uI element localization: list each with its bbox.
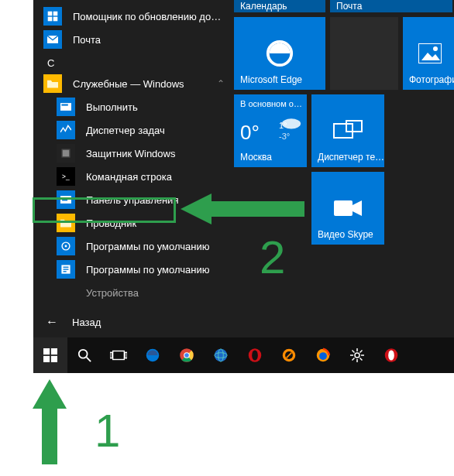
task-app[interactable] <box>272 337 306 373</box>
gear-icon <box>349 348 365 363</box>
defaults-icon <box>57 260 75 279</box>
taskmgr-icon <box>57 121 75 139</box>
svg-rect-30 <box>43 356 50 362</box>
folder-icon <box>43 74 62 93</box>
svg-rect-4 <box>53 17 58 22</box>
windows-icon <box>43 348 57 362</box>
app-list: Помощник по обновлению до… Почта С Служе… <box>33 0 231 337</box>
tile-caption: Microsoft Edge <box>240 74 302 85</box>
start-button[interactable] <box>33 337 67 373</box>
app-control-panel[interactable]: Панель управления <box>33 188 231 211</box>
svg-rect-26 <box>334 200 353 216</box>
tile-skype[interactable]: Видео Skype <box>311 172 384 245</box>
search-icon <box>77 348 91 362</box>
cloud-icon <box>280 115 302 130</box>
run-icon <box>57 98 75 116</box>
task-opera[interactable] <box>238 337 272 373</box>
app-taskmgr[interactable]: Диспетчер задач <box>33 118 231 142</box>
win-update-icon <box>43 7 62 26</box>
tile-area: Календарь Почта Microsoft Edge Фотографи… <box>231 0 454 337</box>
svg-rect-34 <box>113 351 125 360</box>
svg-rect-1 <box>48 12 53 16</box>
tile-calendar[interactable]: Календарь <box>234 0 325 12</box>
app-run[interactable]: Выполнить <box>33 95 231 118</box>
svg-rect-7 <box>61 104 67 106</box>
tile-caption: Фотографии <box>409 74 454 85</box>
back-button[interactable]: ← Назад <box>33 306 231 337</box>
search-button[interactable] <box>67 337 101 373</box>
svg-marker-64 <box>33 379 67 464</box>
app-label: Помощник по обновлению до… <box>73 11 231 22</box>
defender-icon <box>57 144 75 163</box>
task-chrome[interactable] <box>170 337 204 373</box>
task-settings[interactable] <box>340 337 374 373</box>
app-label: Диспетчер задач <box>86 125 231 136</box>
edge-icon <box>144 347 161 364</box>
svg-marker-21 <box>421 53 440 60</box>
app-label: Программы по умолчанию <box>86 264 231 276</box>
tile-edge[interactable]: Microsoft Edge <box>234 17 325 90</box>
svg-line-57 <box>353 351 355 353</box>
task-firefox[interactable] <box>306 337 340 373</box>
app-label: Почта <box>73 34 231 46</box>
arrow-left-icon: ← <box>46 315 58 329</box>
svg-rect-2 <box>53 12 58 16</box>
chevron-up-icon: ⌃ <box>211 78 231 89</box>
svg-rect-18 <box>64 271 67 272</box>
chrome-icon <box>178 347 195 364</box>
task-opera-2[interactable] <box>374 337 408 373</box>
opera-icon <box>383 347 400 364</box>
start-menu: Помощник по обновлению до… Почта С Служе… <box>33 0 454 337</box>
svg-point-51 <box>319 352 327 360</box>
svg-rect-36 <box>125 352 127 358</box>
task-edge[interactable] <box>136 337 170 373</box>
devices-icon <box>57 283 75 302</box>
app-explorer[interactable]: Проводник <box>33 211 231 235</box>
app-defaults[interactable]: Программы по умолчанию <box>33 235 231 258</box>
app-devices[interactable]: Устройства <box>33 281 231 304</box>
svg-rect-31 <box>51 356 57 362</box>
opera-icon <box>246 347 263 364</box>
tile-caption: Календарь <box>240 1 287 12</box>
mail-icon <box>43 30 62 49</box>
svg-rect-16 <box>64 267 69 268</box>
task-globe[interactable] <box>204 337 238 373</box>
svg-rect-28 <box>43 348 50 354</box>
app-label: Проводник <box>86 217 231 229</box>
svg-rect-11 <box>62 197 65 198</box>
tile-connect[interactable]: Диспетчер те… <box>311 94 384 167</box>
app-defaults-2[interactable]: Программы по умолчанию <box>33 258 231 281</box>
weather-desc: В основном о… <box>240 99 302 108</box>
svg-point-52 <box>355 353 359 358</box>
explorer-icon <box>57 214 75 232</box>
svg-rect-17 <box>64 269 69 269</box>
svg-point-42 <box>184 353 189 358</box>
app-label: Программы по умолчанию <box>86 241 231 252</box>
annotation-number-2: 2 <box>260 231 285 284</box>
tile-store[interactable] <box>330 17 398 90</box>
tile-mail-top[interactable]: Почта <box>330 0 452 12</box>
svg-rect-29 <box>51 348 57 354</box>
firefox-icon <box>315 347 332 364</box>
group-items: Выполнить Диспетчер задач Защитник Windo… <box>33 95 231 304</box>
svg-line-33 <box>87 358 91 361</box>
taskbar <box>33 337 454 373</box>
tile-weather[interactable]: В основном о… 0° 1° -3° Москва <box>234 94 307 167</box>
tile-photos[interactable]: Фотографии <box>403 17 454 90</box>
app-label: Командная строка <box>86 171 231 183</box>
app-defender[interactable]: Защитник Windows <box>33 142 231 165</box>
app-update-assistant[interactable]: Помощник по обновлению до… <box>33 5 231 28</box>
svg-line-59 <box>360 351 363 353</box>
app-group-system[interactable]: Служебные — Windows ⌃ <box>33 72 231 95</box>
app-cmd[interactable]: >_ Командная строка <box>33 165 231 188</box>
svg-point-32 <box>79 350 88 358</box>
app-label: Выполнить <box>86 101 231 113</box>
taskview-button[interactable] <box>101 337 136 373</box>
svg-point-23 <box>282 118 301 128</box>
svg-rect-25 <box>346 121 362 132</box>
alpha-section[interactable]: С <box>33 51 231 72</box>
back-label: Назад <box>72 317 101 328</box>
app-mail[interactable]: Почта <box>33 28 231 51</box>
svg-point-43 <box>215 349 228 362</box>
weather-temp: 0° <box>240 121 260 145</box>
